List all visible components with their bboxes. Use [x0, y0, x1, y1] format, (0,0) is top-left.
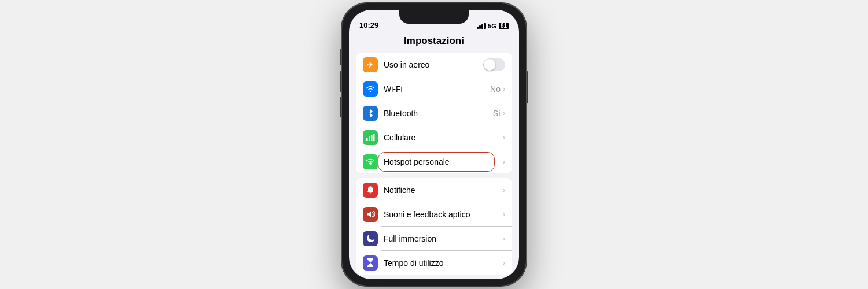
bell-icon [363, 183, 378, 198]
hotspot-chevron-icon: › [503, 158, 505, 166]
settings-item-hotspot[interactable]: Hotspot personale › [356, 150, 512, 173]
cellulare-chevron-icon: › [503, 134, 505, 142]
settings-item-notifiche[interactable]: Notifiche › [356, 178, 512, 202]
hotspot-icon [363, 154, 378, 169]
wifi-chevron-icon: › [503, 85, 505, 93]
power-button[interactable] [527, 71, 528, 103]
settings-content: ✈ Uso in aereo Wi-Fi No › [349, 53, 519, 279]
bluetooth-value: Sì [493, 109, 501, 118]
svg-rect-3 [373, 134, 375, 141]
tempo-utilizzo-label: Tempo di utilizzo [384, 258, 503, 268]
uso-in-aereo-label: Uso in aereo [384, 60, 483, 69]
notifiche-label: Notifiche [384, 186, 503, 195]
tempo-utilizzo-chevron-icon: › [503, 259, 505, 267]
speaker-icon [363, 207, 378, 222]
settings-item-wifi[interactable]: Wi-Fi No › [356, 77, 512, 101]
svg-rect-0 [366, 138, 368, 141]
full-immersion-chevron-icon: › [503, 235, 505, 243]
settings-item-suoni[interactable]: Suoni e feedback aptico › [356, 202, 512, 227]
settings-item-tempo-utilizzo[interactable]: Tempo di utilizzo › [356, 251, 512, 275]
notifiche-chevron-icon: › [503, 186, 505, 194]
status-time: 10:29 [359, 21, 378, 29]
bluetooth-icon [363, 106, 378, 121]
uso-in-aereo-toggle[interactable] [483, 58, 505, 71]
svg-rect-2 [371, 135, 373, 141]
wifi-icon [363, 81, 378, 97]
page-title: Impostazioni [349, 33, 519, 53]
hourglass-icon [363, 255, 378, 271]
cellular-icon [363, 130, 378, 145]
settings-item-bluetooth[interactable]: Bluetooth Sì › [356, 101, 512, 125]
wifi-label: Wi-Fi [384, 84, 490, 94]
wifi-value: No [490, 84, 501, 94]
suoni-label: Suoni e feedback aptico [384, 210, 503, 219]
bluetooth-chevron-icon: › [503, 109, 505, 117]
svg-rect-5 [370, 186, 371, 187]
battery-icon: 81 [499, 23, 509, 29]
status-icons: 5G 81 [477, 23, 509, 29]
cellulare-label: Cellulare [384, 133, 503, 142]
moon-icon [363, 231, 378, 246]
settings-item-full-immersion[interactable]: Full immersion › [356, 227, 512, 251]
full-immersion-label: Full immersion [384, 234, 503, 243]
phone-screen: 10:29 5G 81 Impostazioni ✈ Uso in aere [349, 10, 519, 279]
notch [399, 10, 469, 24]
hotspot-label: Hotspot personale [384, 157, 503, 166]
signal-bars-icon [477, 23, 486, 29]
settings-item-uso-in-aereo[interactable]: ✈ Uso in aereo [356, 53, 512, 77]
volume-up-button[interactable] [340, 71, 341, 92]
airplane-icon: ✈ [363, 57, 378, 72]
volume-down-button[interactable] [340, 97, 341, 117]
svg-rect-1 [369, 136, 370, 141]
bluetooth-label: Bluetooth [384, 109, 493, 118]
suoni-chevron-icon: › [503, 210, 505, 218]
phone-device: 10:29 5G 81 Impostazioni ✈ Uso in aere [341, 3, 527, 286]
settings-item-cellulare[interactable]: Cellulare › [356, 125, 512, 150]
svg-point-4 [369, 162, 372, 165]
settings-group-connectivity: ✈ Uso in aereo Wi-Fi No › [356, 53, 512, 173]
network-type-label: 5G [488, 23, 496, 29]
settings-group-system: Notifiche › Suoni e feedback aptico › [356, 178, 512, 275]
